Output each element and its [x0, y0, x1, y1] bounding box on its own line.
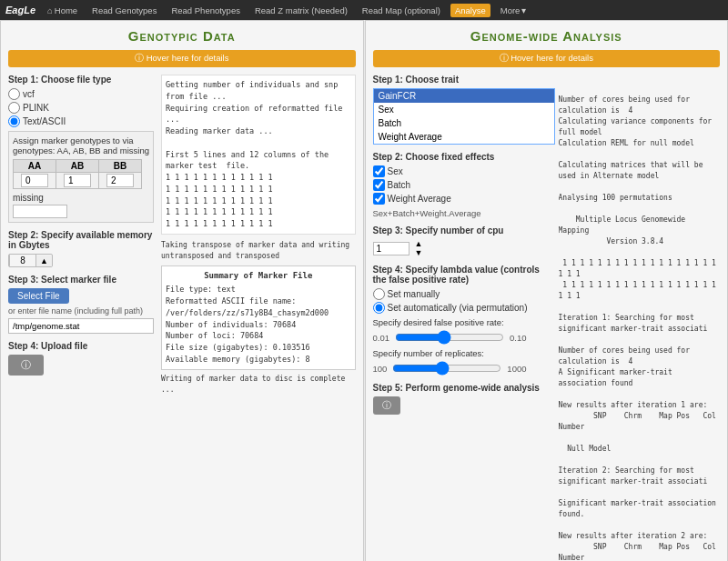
chevron-down-icon: ▾: [521, 5, 526, 15]
home-icon: ⌂: [47, 5, 53, 15]
step4-section: Step 4: Upload file ⓘ: [8, 341, 154, 376]
left-panel: Genotypic Data ⓘ Hover here for details …: [0, 20, 364, 561]
r-step5-label: Step 5: Perform genome-wide analysis: [373, 383, 555, 393]
plink-radio-label[interactable]: PLINK: [8, 102, 154, 114]
ab-input[interactable]: [64, 174, 91, 187]
step3-label: Step 3: Select marker file: [8, 275, 154, 285]
text-ascii-radio-label[interactable]: Text/ASCII: [8, 115, 154, 127]
results-text: Number of cores being used for calculati…: [559, 95, 721, 561]
replicates-label: Specify number of replicates:: [373, 348, 555, 358]
vcf-radio-label[interactable]: vcf: [8, 88, 154, 100]
left-panel-title: Genotypic Data: [8, 28, 356, 44]
nav-read-map[interactable]: Read Map (optional): [358, 4, 445, 17]
right-hover-bar[interactable]: ⓘ Hover here for details: [373, 50, 721, 67]
lambda-manual-radio[interactable]: [373, 288, 385, 300]
app-logo: EagLe: [5, 5, 35, 15]
weight-effect-check[interactable]: [373, 193, 385, 205]
bb-header: BB: [99, 160, 142, 173]
right-content-wrapper: Step 1: Choose trait GainFCR Sex Batch W…: [373, 75, 721, 561]
fixed-formula: Sex+Batch+Weight.Average: [373, 208, 555, 218]
perform-analysis-button[interactable]: ⓘ: [373, 396, 400, 415]
trait-weight-average[interactable]: Weight Average: [374, 130, 554, 144]
memory-row: 8 ▲: [8, 254, 154, 267]
select-file-button[interactable]: Select File: [8, 288, 69, 304]
file-type-radio-group: vcf PLINK Text/ASCII: [8, 88, 154, 127]
upload-button[interactable]: ⓘ: [8, 355, 44, 376]
fpr-min: 0.01: [373, 333, 390, 343]
panels-wrapper: Genotypic Data ⓘ Hover here for details …: [0, 20, 728, 561]
trait-gainfcr[interactable]: GainFCR: [374, 89, 554, 103]
fpr-slider-row: 0.01 0.10: [373, 330, 555, 345]
log-area: Getting number of individuals and snp fr…: [161, 75, 356, 235]
fpr-max: 0.10: [510, 333, 527, 343]
results-column: Number of cores being used for calculati…: [559, 75, 721, 561]
summary-line-2: Number of individuals: 70684: [166, 319, 351, 331]
fixed-effects-group: Sex Batch Weight Average: [373, 165, 555, 205]
trait-list: GainFCR Sex Batch Weight Average: [373, 88, 555, 145]
cpu-input[interactable]: [373, 242, 410, 255]
nav-analyse[interactable]: Analyse: [450, 4, 490, 17]
fpr-slider[interactable]: [395, 330, 504, 345]
missing-label: missing: [13, 193, 149, 203]
r-step4-label: Step 4: Specify lambda value (controls t…: [373, 265, 555, 285]
batch-effect-label[interactable]: Batch: [373, 179, 555, 191]
fpr-label: Specify desired false positive rate:: [373, 317, 555, 327]
cpu-row: ▲▼: [373, 239, 555, 257]
cpu-up-arrow[interactable]: ▲▼: [415, 239, 423, 257]
nav-read-genotypes[interactable]: Read Genotypes: [87, 4, 161, 17]
lambda-radio-group: Set manually Set automatically (via perm…: [373, 288, 555, 314]
log-column: Getting number of individuals and snp fr…: [161, 75, 356, 396]
lambda-manual-label[interactable]: Set manually: [373, 288, 555, 300]
right-panel-title: Genome-wide Analysis: [373, 28, 721, 44]
r-step3-section: Step 3: Specify number of cpu ▲▼: [373, 225, 555, 257]
r-step3-label: Step 3: Specify number of cpu: [373, 225, 555, 235]
lambda-auto-label[interactable]: Set automatically (via permutation): [373, 302, 555, 314]
rep-slider[interactable]: [392, 361, 501, 376]
missing-input[interactable]: [13, 205, 67, 218]
sex-effect-check[interactable]: [373, 165, 385, 177]
trait-batch[interactable]: Batch: [374, 116, 554, 130]
rep-slider-row: 100 1000: [373, 361, 555, 376]
r-step1-label: Step 1: Choose trait: [373, 75, 555, 85]
aa-input[interactable]: [21, 174, 48, 187]
right-controls: Step 1: Choose trait GainFCR Sex Batch W…: [373, 75, 555, 561]
bb-input[interactable]: [106, 174, 134, 187]
ab-header: AB: [56, 160, 99, 173]
nav-read-phenotypes[interactable]: Read Phenotypes: [167, 4, 245, 17]
text-ascii-radio[interactable]: [8, 115, 20, 127]
memory-spinner[interactable]: 8 ▲: [8, 254, 53, 267]
summary-box: Summary of Marker File File type: text R…: [161, 265, 356, 370]
left-hover-bar[interactable]: ⓘ Hover here for details: [8, 50, 356, 67]
plink-radio[interactable]: [8, 102, 20, 114]
file-path-input[interactable]: [8, 318, 154, 334]
r-step2-label: Step 2: Choose fixed effects: [373, 152, 555, 162]
batch-effect-check[interactable]: [373, 179, 385, 191]
navbar: EagLe ⌂ Home Read Genotypes Read Phenoty…: [0, 0, 728, 20]
weight-effect-label[interactable]: Weight Average: [373, 193, 555, 205]
nav-more[interactable]: More ▾: [496, 4, 531, 17]
assign-genotypes-box: Assign marker genotypes to via genotypes…: [8, 131, 154, 223]
memory-up-arrow[interactable]: ▲: [36, 255, 52, 266]
trait-sex[interactable]: Sex: [374, 103, 554, 116]
rep-max: 1000: [507, 364, 526, 374]
step4-label: Step 4: Upload file: [8, 341, 154, 351]
upload-icon: ⓘ: [21, 358, 31, 372]
r-step5-section: Step 5: Perform genome-wide analysis ⓘ: [373, 383, 555, 415]
lambda-auto-radio[interactable]: [373, 302, 385, 314]
aa-header: AA: [14, 160, 56, 173]
nav-home[interactable]: ⌂ Home: [43, 4, 82, 17]
summary-line-5: Available memory (gigabytes): 8: [166, 354, 351, 366]
memory-value: 8: [9, 255, 36, 266]
nav-read-z-matrix[interactable]: Read Z matrix (Needed): [250, 4, 352, 17]
writing-text: Writing of marker data to disc is comple…: [161, 374, 356, 396]
step2-label: Step 2: Specify available memory in Gbyt…: [8, 230, 154, 250]
vcf-radio[interactable]: [8, 88, 20, 100]
file-path-hint: or enter file name (including full path): [8, 306, 154, 316]
summary-line-4: File size (gigabytes): 0.103516: [166, 342, 351, 354]
rep-min: 100: [373, 364, 388, 374]
sex-effect-label[interactable]: Sex: [373, 165, 555, 177]
transpose-text: Taking transpose of marker data and writ…: [161, 240, 356, 262]
step1-section: Step 1: Choose file type vcf PLINK: [8, 75, 154, 223]
perform-icon: ⓘ: [382, 400, 391, 410]
step3-section: Step 3: Select marker file Select File o…: [8, 275, 154, 334]
